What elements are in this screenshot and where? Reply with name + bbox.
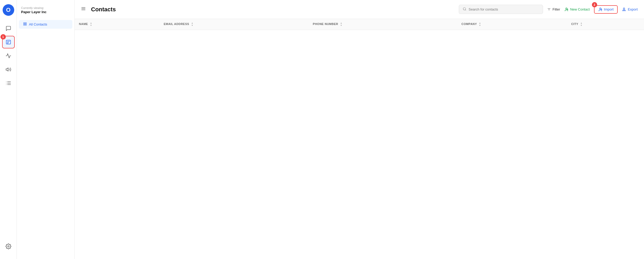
- search-input[interactable]: [469, 7, 539, 11]
- col-phone-label: PHONE NUMBER: [313, 22, 338, 26]
- currently-viewing-label: Currently viewing:: [21, 6, 70, 9]
- col-city[interactable]: CITY ▲ ▼: [567, 19, 644, 30]
- col-company[interactable]: COMPANY ▲ ▼: [457, 19, 567, 30]
- col-city-label: CITY: [571, 22, 578, 26]
- svg-rect-14: [24, 24, 25, 25]
- col-email[interactable]: EMAIL ADDRESS ▲ ▼: [159, 19, 309, 30]
- menu-icon[interactable]: [81, 6, 86, 12]
- new-contact-button[interactable]: New Contact: [564, 7, 590, 12]
- email-sort-arrows[interactable]: ▲ ▼: [191, 22, 193, 27]
- sidebar-item-label: All Contacts: [29, 22, 47, 26]
- contacts-table-container: NAME ▲ ▼ EMAIL ADDRESS ▲ ▼: [75, 19, 644, 259]
- import-button[interactable]: 2 Import: [594, 5, 618, 14]
- main-content: Contacts Filter: [75, 0, 644, 259]
- svg-point-24: [566, 8, 567, 9]
- col-name[interactable]: NAME ▲ ▼: [75, 19, 159, 30]
- sidebar-company: Currently viewing: Paper Layer Inc: [17, 4, 74, 19]
- export-label: Export: [628, 7, 638, 11]
- filter-label: Filter: [552, 7, 560, 11]
- svg-point-27: [600, 8, 601, 9]
- svg-line-20: [465, 10, 466, 11]
- search-box[interactable]: [459, 5, 543, 14]
- logo-letter: O: [6, 7, 11, 13]
- svg-rect-0: [6, 40, 11, 44]
- col-email-label: EMAIL ADDRESS: [164, 22, 189, 26]
- header-actions: Filter New Contact 2 I: [547, 5, 638, 14]
- col-company-label: COMPANY: [461, 22, 477, 26]
- nav-icon-settings[interactable]: [2, 240, 15, 253]
- company-name: Paper Layer Inc: [21, 10, 47, 14]
- import-badge: 2: [592, 2, 597, 7]
- svg-point-30: [623, 8, 625, 9]
- name-sort-arrows[interactable]: ▲ ▼: [90, 22, 92, 27]
- contacts-table: NAME ▲ ▼ EMAIL ADDRESS ▲ ▼: [75, 19, 644, 30]
- filter-button[interactable]: Filter: [547, 7, 560, 11]
- app-logo[interactable]: O: [3, 4, 14, 16]
- import-label: Import: [604, 7, 614, 11]
- nav-icon-analytics[interactable]: [2, 49, 15, 62]
- phone-sort-arrows[interactable]: ▲ ▼: [340, 22, 342, 27]
- icon-bar: O 1: [0, 0, 17, 259]
- sidebar: Currently viewing: Paper Layer Inc All C…: [17, 0, 75, 259]
- svg-point-11: [8, 246, 9, 247]
- city-sort-arrows[interactable]: ▲ ▼: [580, 22, 582, 27]
- annotation-badge-1: 1: [1, 34, 6, 39]
- svg-rect-13: [25, 23, 26, 24]
- search-icon: [463, 7, 466, 12]
- company-sort-arrows[interactable]: ▲ ▼: [479, 22, 481, 27]
- svg-rect-15: [25, 24, 26, 25]
- contacts-grid-icon: [23, 22, 27, 27]
- header: Contacts Filter: [75, 0, 644, 19]
- page-title: Contacts: [91, 6, 455, 13]
- sidebar-item-all-contacts[interactable]: All Contacts: [19, 20, 72, 29]
- export-button[interactable]: Export: [622, 7, 638, 12]
- svg-marker-4: [6, 68, 8, 71]
- nav-icon-contacts[interactable]: 1: [2, 36, 15, 48]
- nav-icon-library[interactable]: [2, 77, 15, 89]
- col-name-label: NAME: [79, 22, 88, 26]
- table-header-row: NAME ▲ ▼ EMAIL ADDRESS ▲ ▼: [75, 19, 644, 30]
- svg-rect-12: [24, 23, 25, 24]
- col-phone[interactable]: PHONE NUMBER ▲ ▼: [309, 19, 457, 30]
- new-contact-label: New Contact: [570, 7, 590, 11]
- nav-icon-campaigns[interactable]: [2, 63, 15, 76]
- nav-icon-chat[interactable]: [2, 22, 15, 35]
